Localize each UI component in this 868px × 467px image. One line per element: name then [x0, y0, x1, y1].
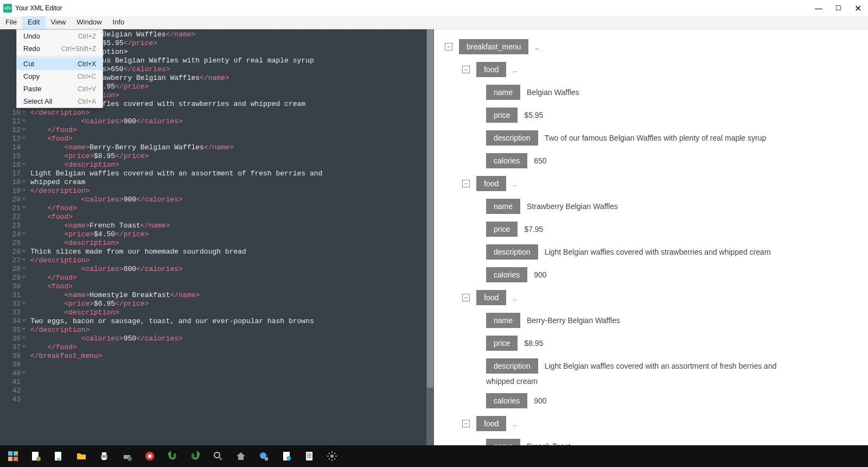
svg-rect-8 [102, 452, 106, 455]
tree-food-tag: food [476, 416, 506, 431]
tag-description: description [486, 130, 538, 146]
edit-undo-shortcut: Ctrl+Z [78, 33, 96, 40]
app-icon: </> [3, 4, 12, 12]
tag-price: price [486, 336, 518, 351]
start-icon[interactable] [8, 451, 18, 462]
document-add-icon[interactable] [281, 451, 292, 462]
edit-redo-label: Redo [23, 45, 40, 53]
svg-point-14 [214, 452, 220, 458]
tree-food-2[interactable]: − food .. [462, 176, 857, 191]
collapse-icon[interactable]: − [445, 43, 452, 51]
tree-pane: − breakfast_menu .. − food .. name Belgi… [434, 29, 868, 445]
menu-edit[interactable]: Edit [22, 16, 45, 29]
tree-root-dots: .. [535, 42, 539, 51]
tag-name: name [486, 313, 520, 328]
tree-item-description[interactable]: description Two of our famous Belgian Wa… [486, 130, 857, 146]
tag-name: name [486, 199, 520, 214]
svg-line-15 [219, 457, 222, 460]
tree-item-description[interactable]: description Light Belgian waffles covere… [486, 244, 857, 260]
tree-item-price[interactable]: price $5.95 [486, 108, 857, 123]
edit-cut-shortcut: Ctrl+X [78, 60, 96, 68]
tag-description: description [486, 358, 538, 374]
svg-rect-20 [306, 452, 312, 460]
edit-copy[interactable]: Copy Ctrl+C [17, 70, 103, 83]
value-calories: 650 [534, 156, 546, 165]
main: 1234567891011121314151617181920212223242… [0, 29, 868, 445]
tag-price: price [486, 222, 518, 237]
tree-item-price[interactable]: price $7.95 [486, 222, 857, 237]
maximize-icon[interactable]: ☐ [835, 4, 841, 12]
tag-name: name [486, 85, 520, 100]
close-icon[interactable]: ✕ [854, 3, 861, 14]
stop-icon[interactable] [144, 451, 155, 462]
edit-selectall-shortcut: Ctrl+A [78, 98, 96, 105]
tree-item-calories[interactable]: calories 900 [486, 393, 857, 408]
edit-selectall-label: Select All [23, 97, 52, 105]
tree-food-1[interactable]: − food .. [462, 62, 857, 77]
document-icon[interactable] [304, 451, 315, 462]
tree-item-name[interactable]: name Strawberry Belgian Waffles [486, 199, 857, 214]
value-name: French Toast [527, 442, 571, 445]
collapse-icon[interactable]: − [462, 420, 470, 427]
scrollbar-thumb[interactable] [427, 29, 433, 388]
edit-selectall[interactable]: Select All Ctrl+A [17, 95, 103, 108]
collapse-icon[interactable]: − [462, 294, 470, 301]
tree-item-name[interactable]: name Belgian Waffles [486, 85, 857, 100]
minimize-icon[interactable]: — [815, 4, 822, 12]
open-file-icon[interactable] [53, 451, 64, 462]
svg-rect-13 [148, 455, 151, 458]
tree-item-description[interactable]: description Light Belgian waffles covere… [486, 358, 857, 374]
value-description: Light Belgian waffles covered with an as… [545, 362, 777, 370]
svg-line-32 [334, 453, 335, 454]
menu-view[interactable]: View [45, 16, 71, 29]
value-price: $5.95 [524, 111, 543, 119]
svg-rect-9 [102, 458, 106, 460]
new-file-icon[interactable] [30, 451, 41, 462]
settings-icon[interactable] [327, 451, 337, 462]
menu-file[interactable]: File [0, 16, 22, 29]
edit-cut[interactable]: Cut Ctrl+X [17, 58, 103, 70]
window-title: Your XML Editor [15, 4, 62, 12]
print-settings-icon[interactable] [122, 451, 132, 462]
tree-food-4[interactable]: − food .. [462, 416, 857, 431]
tree-item-name[interactable]: name Berry-Berry Belgian Waffles [486, 313, 857, 328]
edit-paste-shortcut: Ctrl+V [78, 85, 96, 93]
edit-copy-label: Copy [23, 72, 40, 80]
tree-item-calories[interactable]: calories 900 [486, 267, 857, 282]
menu-window[interactable]: Window [71, 16, 107, 29]
edit-redo[interactable]: Redo Ctrl+Shift+Z [17, 42, 103, 55]
edit-cut-label: Cut [23, 60, 34, 68]
value-calories: 900 [534, 396, 546, 405]
edit-undo[interactable]: Undo Ctrl+Z [17, 30, 103, 42]
undo-icon[interactable] [167, 451, 178, 462]
tree-item-calories[interactable]: calories 650 [486, 153, 857, 168]
tree-item-price[interactable]: price $8.95 [486, 336, 857, 351]
tree-food-tag: food [476, 62, 506, 77]
tag-calories: calories [486, 393, 527, 408]
print-icon[interactable] [99, 451, 110, 462]
home-icon[interactable] [235, 451, 246, 462]
folder-icon[interactable] [76, 451, 87, 462]
edit-paste[interactable]: Paste Ctrl+V [17, 83, 103, 95]
menu-info[interactable]: Info [107, 16, 130, 29]
tree-food-dots: .. [513, 179, 517, 188]
svg-rect-3 [14, 457, 18, 461]
redo-icon[interactable] [190, 451, 201, 462]
globe-icon[interactable] [258, 451, 269, 462]
value-description-wrap: whipped cream [486, 377, 857, 386]
svg-point-24 [330, 455, 334, 458]
collapse-icon[interactable]: − [462, 66, 470, 73]
search-icon[interactable] [213, 451, 224, 462]
tree-food-3[interactable]: − food .. [462, 290, 857, 305]
tree-food-dots: .. [513, 293, 517, 302]
tree-food-dots: .. [513, 65, 517, 74]
menubar: File Edit View Window Info Undo Ctrl+Z R… [0, 16, 868, 29]
tag-calories: calories [486, 153, 527, 168]
tag-name: name [486, 439, 520, 445]
tree-item-name[interactable]: name French Toast [486, 439, 857, 445]
editor-scrollbar[interactable] [426, 29, 434, 445]
edit-redo-shortcut: Ctrl+Shift+Z [61, 45, 96, 53]
tree-root[interactable]: − breakfast_menu .. [445, 39, 857, 54]
collapse-icon[interactable]: − [462, 180, 470, 187]
edit-copy-shortcut: Ctrl+C [78, 73, 96, 80]
